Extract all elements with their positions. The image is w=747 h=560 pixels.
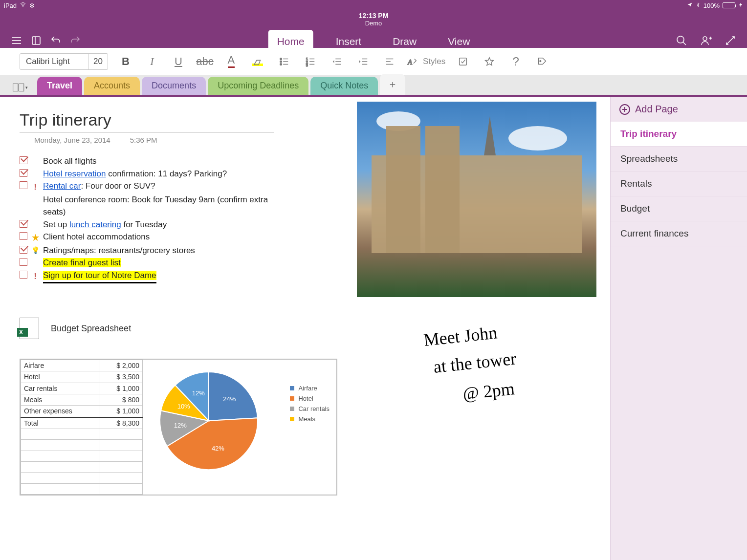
inserted-photo[interactable] xyxy=(357,102,596,297)
todo-text: Ratings/maps: restaurants/grocery stores xyxy=(43,244,274,257)
ribbon-tab-insert[interactable]: Insert xyxy=(327,30,371,54)
todo-text: Book all flights xyxy=(43,155,274,168)
todo-text: Set up lunch catering for Tuesday xyxy=(43,218,274,231)
favorite-tag-button[interactable] xyxy=(481,53,498,70)
link[interactable]: Hotel reservation xyxy=(43,169,106,178)
italic-button[interactable]: I xyxy=(143,53,161,70)
todo-list[interactable]: Book all flightsHotel reservation confir… xyxy=(20,155,274,283)
todo-item[interactable]: Hotel conference room: Book for Tuesday … xyxy=(20,194,274,218)
checkbox[interactable] xyxy=(20,246,27,254)
attachment-label: Budget Spreadsheet xyxy=(51,323,131,334)
todo-tag-button[interactable] xyxy=(454,53,472,70)
font-color-button[interactable]: A xyxy=(222,53,240,70)
ink-handwriting[interactable]: Meet John at the tower @ 2pm xyxy=(419,322,586,419)
undo-icon[interactable] xyxy=(46,31,66,50)
page-item[interactable]: Rentals xyxy=(611,172,747,196)
todo-text: Rental car: Four door or SUV? xyxy=(43,180,274,193)
svg-point-6 xyxy=(677,36,684,43)
checkbox[interactable] xyxy=(20,271,27,279)
todo-item[interactable]: ★Client hotel accommodations xyxy=(20,231,274,244)
svg-text:3: 3 xyxy=(306,63,308,67)
page-list: Add Page Trip itinerarySpreadsheetsRenta… xyxy=(610,97,747,560)
menu-icon[interactable] xyxy=(7,31,26,50)
share-user-icon[interactable] xyxy=(696,31,716,50)
font-name[interactable]: Calibri Light xyxy=(20,54,88,69)
svg-point-12 xyxy=(280,61,282,63)
important-tag-icon: ! xyxy=(31,270,39,283)
checkbox[interactable] xyxy=(20,181,27,189)
charging-icon xyxy=(738,1,743,10)
todo-item[interactable]: 💡Ratings/maps: restaurants/grocery store… xyxy=(20,244,274,257)
checkbox[interactable] xyxy=(20,232,27,240)
highlight-button[interactable] xyxy=(249,53,266,70)
page-item[interactable]: Spreadsheets xyxy=(611,147,747,172)
checkbox[interactable] xyxy=(20,169,27,177)
section-tab-travel[interactable]: Travel xyxy=(37,77,82,95)
checkbox[interactable] xyxy=(20,258,27,266)
ribbon-tab-home[interactable]: Home xyxy=(268,30,313,54)
underline-button[interactable]: U xyxy=(170,53,187,70)
svg-point-11 xyxy=(280,58,282,60)
section-tab-documents[interactable]: Documents xyxy=(142,77,206,95)
question-tag-button[interactable]: ? xyxy=(507,53,525,70)
table-row: Hotel$ 3,500 xyxy=(21,371,143,383)
numbered-list-button[interactable]: 123 xyxy=(302,53,319,70)
checkbox[interactable] xyxy=(20,220,27,228)
styles-button[interactable]: AStyles xyxy=(407,53,445,70)
section-tab-accounts[interactable]: Accounts xyxy=(84,77,140,95)
plus-icon xyxy=(619,104,630,115)
todo-item[interactable]: !Rental car: Four door or SUV? xyxy=(20,180,274,194)
idea-tag-icon: 💡 xyxy=(31,245,39,256)
tags-menu-button[interactable] xyxy=(533,53,551,70)
table-row: Car rentals$ 1,000 xyxy=(21,383,143,394)
legend-item: Hotel xyxy=(290,395,330,402)
table-row: Airfare$ 2,000 xyxy=(21,360,143,371)
todo-item[interactable]: Set up lunch catering for Tuesday xyxy=(20,218,274,231)
fullscreen-icon[interactable] xyxy=(721,31,740,50)
notebook-picker[interactable]: ▾ xyxy=(9,80,32,95)
svg-point-8 xyxy=(703,37,707,41)
bulleted-list-button[interactable] xyxy=(275,53,293,70)
styles-label: Styles xyxy=(423,57,445,66)
legend-item: Airfare xyxy=(290,385,330,392)
svg-text:at the tower: at the tower xyxy=(433,348,517,377)
svg-point-34 xyxy=(540,60,541,62)
todo-item[interactable]: Book all flights xyxy=(20,155,274,168)
status-bar: iPad ✻ 100% xyxy=(0,0,747,11)
link[interactable]: lunch catering xyxy=(69,220,121,229)
add-page-button[interactable]: Add Page xyxy=(611,97,747,122)
todo-text: Hotel reservation confirmation: 11 days?… xyxy=(43,168,274,180)
todo-item[interactable]: Create final guest list xyxy=(20,257,274,269)
font-selector[interactable]: Calibri Light 20 xyxy=(20,53,108,70)
indent-button[interactable] xyxy=(354,53,372,70)
section-tab-upcoming-deadlines[interactable]: Upcoming Deadlines xyxy=(208,77,308,95)
checkbox[interactable] xyxy=(20,156,27,164)
device-label: iPad xyxy=(4,2,17,9)
strikethrough-button[interactable]: abc xyxy=(196,53,214,70)
legend-item: Meals xyxy=(290,415,330,423)
pie-chart: 24%42%12%10%12% AirfareHotelCar rentalsM… xyxy=(143,360,336,495)
outdent-button[interactable] xyxy=(328,53,346,70)
page-item[interactable]: Current finances xyxy=(611,221,747,246)
todo-item[interactable]: Hotel reservation confirmation: 11 days?… xyxy=(20,168,274,180)
svg-rect-35 xyxy=(13,84,18,91)
section-tab-quick-notes[interactable]: Quick Notes xyxy=(310,77,378,95)
clock-time: 12:13 PM xyxy=(0,12,747,20)
todo-item[interactable]: !Sign up for tour of Notre Dame xyxy=(20,269,274,284)
page-item[interactable]: Budget xyxy=(611,196,747,221)
table-total-row: Total$ 8,300 xyxy=(21,417,143,429)
search-icon[interactable] xyxy=(672,31,691,50)
ribbon-tab-draw[interactable]: Draw xyxy=(384,30,425,54)
align-button[interactable] xyxy=(381,53,398,70)
redo-icon[interactable] xyxy=(66,31,85,50)
note-canvas[interactable]: Trip itinerary Monday, June 23, 2014 5:3… xyxy=(0,97,610,560)
font-size[interactable]: 20 xyxy=(88,57,108,66)
panel-toggle-icon[interactable] xyxy=(26,31,46,50)
bold-button[interactable]: B xyxy=(117,53,134,70)
todo-text: Create final guest list xyxy=(43,257,274,269)
ribbon-tab-view[interactable]: View xyxy=(439,30,479,54)
page-item[interactable]: Trip itinerary xyxy=(611,122,747,147)
embedded-spreadsheet[interactable]: Airfare$ 2,000Hotel$ 3,500Car rentals$ 1… xyxy=(20,359,337,495)
add-section-button[interactable]: ＋ xyxy=(380,74,405,95)
link[interactable]: Rental car xyxy=(43,181,81,191)
